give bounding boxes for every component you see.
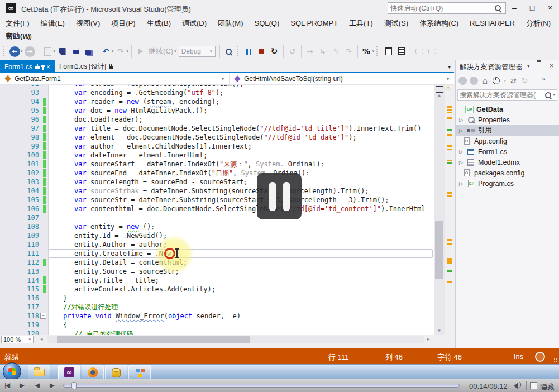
code-text[interactable]: activeContext.Articles.Add(entity); <box>74 285 216 293</box>
menu-item[interactable]: 项目(P) <box>106 17 141 30</box>
code-line[interactable]: 97var title = doc.DocumentNode.SelectSin… <box>0 124 433 133</box>
menu-item[interactable]: 体系结构(C) <box>414 17 464 30</box>
close-button[interactable]: × <box>542 2 558 15</box>
menu-item[interactable]: SQL(Q) <box>249 17 285 30</box>
debug-config-combo[interactable]: Debug▾ <box>179 46 216 57</box>
code-text[interactable]: } <box>63 294 67 302</box>
skip-start-button[interactable]: |◀ <box>4 381 9 389</box>
code-line[interactable]: 119{ <box>0 321 433 329</box>
code-line[interactable]: 98var elment = doc.DocumentNode.SelectSi… <box>0 133 433 142</box>
maximize-button[interactable]: □ <box>524 2 541 15</box>
chevron-down-icon[interactable]: ▾ <box>21 49 23 54</box>
code-line[interactable]: 100var dateInner = elment.InnerHtml; <box>0 151 433 160</box>
tree-item-getdata[interactable]: GetData <box>456 104 559 114</box>
chevron-down-icon[interactable]: ▾ <box>503 76 507 85</box>
step-over-icon[interactable]: ↳ <box>318 46 328 57</box>
fold-collapse-icon[interactable]: − <box>40 313 46 319</box>
warning-marker[interactable] <box>447 117 452 119</box>
code-line[interactable]: 110entity.Author = author; <box>0 240 433 249</box>
run-to-cursor-icon[interactable]: ↷ <box>343 46 354 57</box>
pause-icon[interactable] <box>243 46 254 57</box>
code-line[interactable]: 101var sourceStart = dateInner.IndexOf("… <box>0 160 433 169</box>
play-button[interactable]: ▶ <box>20 381 23 389</box>
code-line[interactable]: 94var reader = new StreamReader(stream, … <box>0 97 433 106</box>
code-lines[interactable]: 92var stream = response.GetResponseStrea… <box>0 85 433 335</box>
saved-change-marker[interactable] <box>447 129 452 131</box>
file-structure-icon[interactable] <box>396 46 407 57</box>
code-line[interactable]: 115activeContext.Articles.Add(entity); <box>0 285 433 294</box>
warning-marker[interactable] <box>447 145 452 147</box>
type-dropdown[interactable]: GetData.Form1 ▾ <box>0 73 230 84</box>
code-text[interactable]: var sourcelength = sourceEnd - sourceSta… <box>74 178 248 186</box>
code-line[interactable]: 114entity.Title = title; <box>0 276 433 285</box>
horizontal-scrollbar-thumb[interactable] <box>57 336 250 343</box>
code-text[interactable]: doc.Load(reader); <box>74 116 143 123</box>
saved-change-marker[interactable] <box>447 162 452 164</box>
continue-label[interactable]: 继续(C) <box>149 46 173 56</box>
menu-item[interactable]: 帮助(H) <box>0 30 36 42</box>
home-icon[interactable]: ⌂ <box>480 76 490 85</box>
code-line[interactable]: 102var sourceEnd = dateInner.IndexOf("日期… <box>0 169 433 178</box>
quick-launch-input[interactable] <box>388 3 495 13</box>
menu-item[interactable]: SQL PROMPT <box>285 17 343 30</box>
stop-icon[interactable] <box>256 46 267 57</box>
code-line[interactable]: 93var encoding = Encoding.GetEncoding("u… <box>0 88 433 97</box>
uncomment-icon[interactable] <box>427 46 437 57</box>
menu-item[interactable]: 视图(V) <box>70 17 106 30</box>
warning-marker[interactable] <box>447 109 452 111</box>
paste-icon[interactable] <box>42 46 53 57</box>
code-line[interactable]: 103var sourcelength = sourceEnd - source… <box>0 178 433 187</box>
code-line[interactable]: 95var doc = new HtmlAgilityPack.HtmlDocu… <box>0 106 433 115</box>
code-line[interactable]: 112entity.Detail = contenthtml; <box>0 258 433 267</box>
solution-search-box[interactable]: ▾ <box>457 89 557 101</box>
code-line[interactable]: 113entity.Source = sourceStr; <box>0 267 433 276</box>
step-out-icon[interactable]: ↰ <box>331 46 341 57</box>
menu-item[interactable]: 工具(T) <box>343 17 379 30</box>
prev-button[interactable]: ◀ <box>35 381 39 389</box>
code-text[interactable]: var stream = response.GetResponseStream(… <box>74 85 243 88</box>
horizontal-scrollbar[interactable] <box>47 336 424 343</box>
tree-item-form1cs[interactable]: ▷Form1.cs <box>456 146 559 157</box>
code-line[interactable]: 108var entity = new Article(); <box>0 222 433 231</box>
warning-marker[interactable] <box>447 134 452 136</box>
taskbar-firefox-button[interactable] <box>82 365 104 380</box>
close-panel-icon[interactable]: × <box>550 61 554 70</box>
code-line[interactable]: 107 <box>0 213 433 222</box>
pending-changes-filter-icon[interactable] <box>491 76 501 85</box>
scroll-up-icon[interactable]: ▲ <box>434 93 445 98</box>
save-all-icon[interactable] <box>83 46 93 57</box>
code-text[interactable]: var elment = doc.DocumentNode.SelectSing… <box>74 133 357 141</box>
code-text[interactable]: var sourceStr = dateInner.Substring(sour… <box>74 196 389 204</box>
nav-back-icon[interactable]: ← <box>9 46 20 57</box>
code-text[interactable]: private void Window_Error(object sender,… <box>63 312 241 320</box>
tree-item-properties[interactable]: ▷Properties <box>456 114 559 125</box>
warning-marker[interactable] <box>447 192 452 194</box>
next-button[interactable]: ▶ <box>50 381 54 389</box>
code-line[interactable]: 104var sourceStrbak = dateInner.Substrin… <box>0 187 433 195</box>
warning-marker[interactable] <box>447 195 452 197</box>
chevron-down-icon[interactable]: ▾ <box>127 49 129 54</box>
code-text[interactable]: var doc = new HtmlAgilityPack.HtmlDocume… <box>74 107 207 114</box>
code-text[interactable]: // 自己的处理代码 <box>74 330 133 335</box>
menu-item[interactable]: 团队(M) <box>212 17 249 30</box>
tree-item-model1edmx[interactable]: ▷Model1.edmx <box>456 157 559 168</box>
saved-change-marker[interactable] <box>447 270 452 272</box>
warning-marker[interactable] <box>447 281 452 283</box>
vertical-scrollbar-thumb[interactable] <box>435 221 443 279</box>
tree-item-packagesconfig[interactable]: packages.config <box>456 168 559 178</box>
code-line[interactable]: 120// 自己的处理代码 <box>0 329 433 335</box>
menu-item[interactable]: 文件(F) <box>0 17 35 30</box>
code-text[interactable]: var reader = new StreamReader(stream, en… <box>74 98 219 106</box>
close-tab-icon[interactable]: × <box>46 64 50 70</box>
nav-forward-icon[interactable]: → <box>25 46 35 57</box>
code-text[interactable]: var dateInner = elment.InnerHtml; <box>74 151 207 159</box>
warning-marker[interactable] <box>447 258 452 260</box>
code-line[interactable]: 116} <box>0 294 433 303</box>
seek-bar[interactable] <box>63 384 460 388</box>
expand-arrow-icon[interactable]: ▷ <box>459 160 466 165</box>
quick-launch-box[interactable] <box>388 2 506 14</box>
restart-icon[interactable]: ↻ <box>269 46 280 57</box>
document-list-icon[interactable]: ▾ <box>448 64 451 70</box>
overflow-icon[interactable]: » <box>539 74 548 83</box>
code-line[interactable]: 109entity.Id = Guid.NewGuid(); <box>0 231 433 240</box>
